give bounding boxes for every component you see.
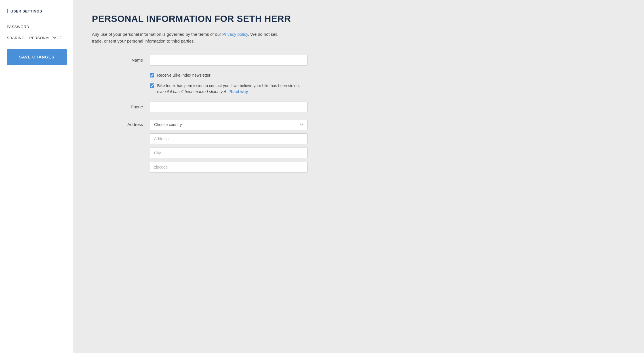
phone-row: Phone [115, 102, 308, 112]
zipcode-input[interactable] [150, 162, 308, 173]
sidebar-title: USER SETTINGS [7, 9, 67, 13]
city-input[interactable] [150, 148, 308, 158]
contact-label-italic: even if it hasn't been marked stolen yet [157, 89, 226, 94]
newsletter-checkbox-label: Receive Bike Index newsletter [157, 72, 211, 78]
phone-input[interactable] [150, 102, 308, 112]
main-content: PERSONAL INFORMATION FOR SETH HERR Any u… [74, 0, 644, 353]
sidebar-item-password[interactable]: PASSWORD [7, 21, 67, 32]
newsletter-checkbox-row: Receive Bike Index newsletter [150, 72, 308, 78]
personal-info-form: Name Receive Bike Index newsletter Bike … [115, 55, 308, 173]
newsletter-checkbox[interactable] [150, 73, 154, 77]
read-why-link[interactable]: Read why [230, 89, 248, 94]
contact-checkbox-label: Bike Index has permission to contact you… [157, 83, 308, 95]
contact-checkbox[interactable] [150, 83, 154, 88]
name-row: Name [115, 55, 308, 66]
privacy-notice: Any use of your personal information is … [92, 31, 285, 45]
address-input[interactable] [150, 133, 308, 144]
country-select[interactable]: Choose country [150, 119, 308, 130]
name-input[interactable] [150, 55, 308, 66]
sidebar: USER SETTINGS PASSWORD SHARING + PERSONA… [0, 0, 74, 353]
page-title: PERSONAL INFORMATION FOR SETH HERR [92, 14, 626, 24]
name-label: Name [115, 55, 143, 62]
save-changes-button[interactable]: SAVE CHANGES [7, 49, 67, 65]
checkboxes-group: Receive Bike Index newsletter Bike Index… [150, 72, 308, 95]
sidebar-item-sharing[interactable]: SHARING + PERSONAL PAGE [7, 32, 67, 43]
contact-checkbox-row: Bike Index has permission to contact you… [150, 83, 308, 95]
phone-label: Phone [115, 102, 143, 109]
address-label: Address [115, 119, 143, 127]
name-input-wrapper [150, 55, 308, 66]
checkboxes-spacer [115, 72, 143, 75]
privacy-policy-link[interactable]: Privacy policy [222, 32, 248, 37]
contact-label-part1: Bike Index has permission to contact you… [157, 83, 300, 88]
address-row: Address Choose country [115, 119, 308, 173]
privacy-notice-prefix: Any use of your personal information is … [92, 32, 222, 37]
phone-input-wrapper [150, 102, 308, 112]
checkboxes-row: Receive Bike Index newsletter Bike Index… [115, 72, 308, 95]
contact-label-part2: - [226, 89, 229, 94]
address-input-wrapper: Choose country [150, 119, 308, 173]
